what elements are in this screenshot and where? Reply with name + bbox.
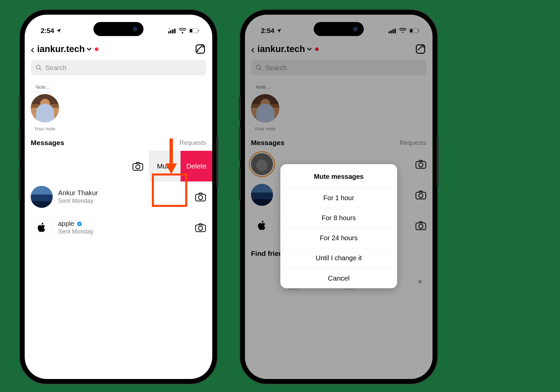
notification-dot-icon (315, 47, 319, 51)
avatar (31, 217, 53, 239)
svg-point-23 (402, 32, 403, 33)
camera-icon[interactable] (132, 161, 144, 171)
message-row[interactable]: apple Sent Monday (25, 212, 212, 243)
cellular-icon: ! (168, 28, 176, 33)
svg-line-29 (260, 69, 262, 70)
message-row[interactable]: Ankur Thakur Sent Monday (25, 181, 212, 212)
svg-rect-7 (190, 29, 193, 32)
wifi-icon (179, 28, 186, 33)
svg-point-17 (199, 226, 203, 230)
camera-icon[interactable] (415, 159, 427, 169)
svg-rect-9 (196, 45, 204, 53)
battery-icon (189, 28, 200, 33)
svg-rect-3 (174, 29, 176, 33)
account-switcher[interactable]: iankur.tech (37, 44, 98, 54)
svg-point-35 (419, 224, 423, 228)
search-input[interactable]: Search (251, 60, 427, 75)
your-note-label: Your note (254, 126, 427, 131)
delete-button[interactable]: Delete (181, 151, 212, 181)
svg-rect-0 (168, 31, 170, 33)
mute-action-sheet: Mute messages For 1 hour For 8 hours For… (280, 164, 397, 288)
account-switcher[interactable]: iankur.tech (257, 44, 319, 54)
camera-icon[interactable] (415, 190, 427, 200)
requests-link[interactable]: Requests (400, 139, 427, 146)
svg-rect-21 (392, 29, 394, 33)
chevron-down-icon (307, 47, 312, 51)
svg-point-33 (419, 193, 423, 198)
search-placeholder: Search (266, 64, 287, 72)
compose-button[interactable] (195, 44, 206, 54)
svg-point-28 (257, 65, 261, 69)
svg-line-11 (40, 69, 41, 70)
location-icon (56, 28, 61, 33)
message-subtitle: Sent Monday (58, 228, 93, 235)
search-icon (256, 64, 262, 71)
svg-rect-32 (416, 192, 426, 199)
note-bubble[interactable]: Note... (252, 82, 274, 92)
annotation-arrow-icon (163, 137, 180, 177)
username-label: iankur.tech (37, 44, 85, 54)
your-note-avatar[interactable] (251, 94, 279, 122)
svg-point-5 (182, 32, 183, 33)
svg-rect-1 (170, 30, 172, 33)
svg-rect-34 (416, 223, 426, 230)
chevron-down-icon (87, 47, 91, 51)
avatar (251, 153, 273, 175)
requests-link[interactable]: Requests (180, 139, 206, 146)
svg-rect-20 (390, 30, 392, 33)
search-input[interactable]: Search (31, 60, 206, 75)
notification-dot-icon (95, 47, 98, 51)
sheet-option-1hour[interactable]: For 1 hour (280, 188, 397, 208)
avatar (251, 215, 273, 237)
dynamic-island (314, 22, 364, 36)
message-name: Ankur Thakur (58, 189, 98, 197)
sheet-option-until-change[interactable]: Until I change it (280, 248, 397, 268)
battery-icon (409, 28, 420, 33)
your-note-avatar[interactable] (31, 94, 59, 122)
cellular-icon (388, 28, 396, 33)
svg-text:!: ! (169, 28, 170, 30)
svg-point-31 (419, 163, 423, 167)
svg-rect-26 (418, 30, 419, 32)
sheet-title: Mute messages (280, 164, 397, 188)
back-button[interactable]: ‹ (251, 43, 255, 55)
close-icon[interactable]: ✕ (417, 278, 423, 286)
sheet-option-24hours[interactable]: For 24 hours (280, 228, 397, 248)
search-icon (35, 64, 42, 71)
status-time: 2:54 (261, 27, 274, 35)
note-bubble[interactable]: Note... (31, 82, 54, 92)
svg-rect-8 (198, 30, 199, 32)
svg-point-13 (136, 165, 140, 169)
svg-rect-30 (416, 161, 426, 168)
status-time: 2:54 (41, 27, 54, 35)
dynamic-island (93, 22, 144, 36)
messages-heading: Messages (31, 139, 64, 147)
message-row-swiped[interactable]: Mute Delete (25, 151, 212, 181)
search-placeholder: Search (45, 64, 66, 72)
camera-icon[interactable] (195, 192, 206, 202)
sheet-cancel-button[interactable]: Cancel (280, 268, 397, 288)
username-label: iankur.tech (257, 44, 305, 54)
compose-button[interactable] (415, 44, 426, 54)
sheet-option-8hours[interactable]: For 8 hours (280, 208, 397, 228)
message-subtitle: Sent Monday (58, 198, 98, 205)
camera-icon[interactable] (415, 221, 427, 231)
location-icon (276, 28, 282, 33)
message-name: apple (58, 220, 93, 228)
svg-rect-19 (388, 31, 390, 33)
svg-rect-22 (394, 29, 396, 33)
svg-point-15 (199, 195, 203, 200)
avatar (31, 186, 53, 208)
apple-logo-icon (257, 220, 267, 232)
wifi-icon (399, 28, 406, 33)
camera-icon[interactable] (195, 223, 206, 233)
svg-rect-27 (416, 45, 425, 53)
svg-rect-25 (410, 29, 413, 32)
avatar (251, 184, 273, 206)
svg-rect-2 (172, 29, 174, 33)
svg-rect-24 (409, 28, 418, 33)
apple-logo-icon (36, 222, 47, 234)
back-button[interactable]: ‹ (31, 43, 34, 55)
svg-point-10 (36, 65, 40, 69)
verified-badge-icon (76, 221, 82, 227)
